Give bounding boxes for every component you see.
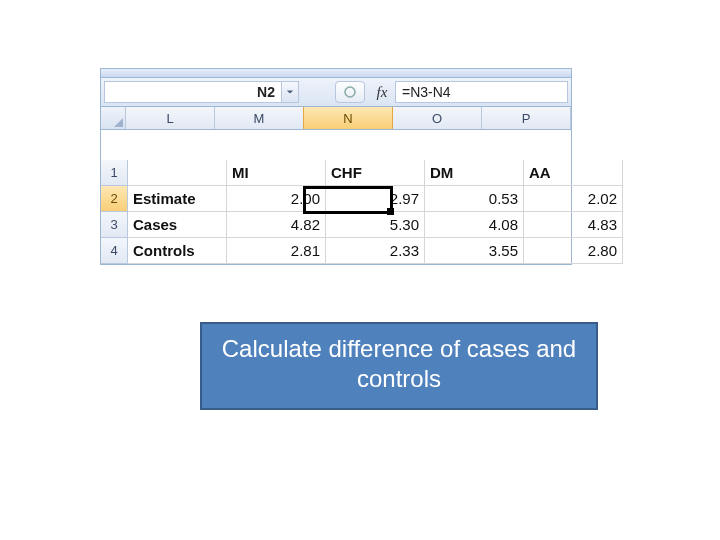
column-header-P[interactable]: P bbox=[482, 107, 571, 129]
row-header-1[interactable]: 1 bbox=[101, 160, 128, 186]
cell[interactable]: 3.55 bbox=[425, 238, 524, 264]
table-row: 1 MI CHF DM AA bbox=[101, 160, 571, 186]
column-header-L[interactable]: L bbox=[126, 107, 215, 129]
ribbon-strip bbox=[101, 69, 571, 78]
name-box-dropdown[interactable] bbox=[282, 81, 299, 103]
cell[interactable]: CHF bbox=[326, 160, 425, 186]
column-headers: L M N O P bbox=[101, 107, 571, 130]
cell[interactable]: 2.00 bbox=[227, 186, 326, 212]
cell[interactable]: 2.81 bbox=[227, 238, 326, 264]
cell[interactable]: 4.83 bbox=[524, 212, 623, 238]
cell[interactable]: 4.08 bbox=[425, 212, 524, 238]
cell[interactable]: MI bbox=[227, 160, 326, 186]
cell[interactable]: 2.33 bbox=[326, 238, 425, 264]
name-box[interactable]: N2 bbox=[104, 81, 282, 103]
column-header-N[interactable]: N bbox=[303, 107, 393, 129]
grid-gap bbox=[101, 130, 571, 160]
table-row: 4 Controls 2.81 2.33 3.55 2.80 bbox=[101, 238, 571, 264]
cell[interactable]: AA bbox=[524, 160, 623, 186]
insert-function-button[interactable] bbox=[335, 81, 365, 103]
table-row: 2 Estimate 2.00 2.97 0.53 2.02 bbox=[101, 186, 571, 212]
row-header-2[interactable]: 2 bbox=[101, 186, 128, 212]
cell[interactable]: DM bbox=[425, 160, 524, 186]
cell[interactable] bbox=[128, 160, 227, 186]
select-all-button[interactable] bbox=[101, 107, 126, 129]
cell[interactable]: Cases bbox=[128, 212, 227, 238]
annotation-callout: Calculate difference of cases and contro… bbox=[200, 322, 598, 410]
column-header-O[interactable]: O bbox=[393, 107, 482, 129]
formula-bar: N2 fx =N3-N4 bbox=[101, 78, 571, 107]
svg-point-0 bbox=[345, 87, 355, 97]
cell[interactable]: 2.02 bbox=[524, 186, 623, 212]
circle-icon bbox=[343, 85, 357, 99]
spreadsheet-window: N2 fx =N3-N4 L M N O P 1 MI CHF DM AA 2 … bbox=[100, 68, 572, 265]
grid: 1 MI CHF DM AA 2 Estimate 2.00 2.97 0.53… bbox=[101, 130, 571, 264]
cell-active[interactable]: 2.97 bbox=[326, 186, 425, 212]
fx-cancel-placeholder bbox=[299, 81, 317, 103]
cell[interactable]: 0.53 bbox=[425, 186, 524, 212]
cell[interactable]: 5.30 bbox=[326, 212, 425, 238]
row-header-3[interactable]: 3 bbox=[101, 212, 128, 238]
cell[interactable]: Estimate bbox=[128, 186, 227, 212]
cell[interactable]: 2.80 bbox=[524, 238, 623, 264]
formula-input[interactable]: =N3-N4 bbox=[395, 81, 568, 103]
row-header-4[interactable]: 4 bbox=[101, 238, 128, 264]
cell[interactable]: Controls bbox=[128, 238, 227, 264]
column-header-M[interactable]: M bbox=[215, 107, 304, 129]
chevron-down-icon bbox=[286, 88, 294, 96]
table-row: 3 Cases 4.82 5.30 4.08 4.83 bbox=[101, 212, 571, 238]
cell[interactable]: 4.82 bbox=[227, 212, 326, 238]
fx-label: fx bbox=[369, 78, 395, 106]
